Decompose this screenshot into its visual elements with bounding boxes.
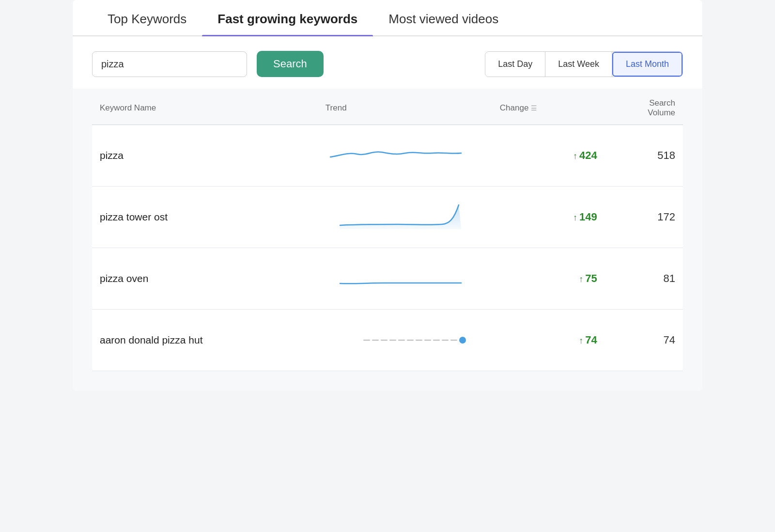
trend-svg-wavy bbox=[326, 139, 471, 172]
keyword-name: pizza bbox=[92, 125, 318, 187]
keyword-name: pizza oven bbox=[92, 248, 318, 310]
trend-chart bbox=[318, 125, 492, 187]
dash-segment bbox=[450, 340, 457, 341]
dash-segment bbox=[363, 340, 370, 341]
dash-segment bbox=[416, 340, 422, 341]
filter-icon[interactable]: ☰ bbox=[531, 104, 537, 112]
up-arrow-icon: ↑ bbox=[573, 151, 577, 161]
trend-chart bbox=[318, 310, 492, 371]
keyword-name: aaron donald pizza hut bbox=[92, 310, 318, 371]
col-header-trend: Trend bbox=[318, 89, 492, 125]
search-volume: 518 bbox=[605, 125, 683, 187]
tab-bar: Top Keywords Fast growing keywords Most … bbox=[73, 0, 702, 36]
dash-segment bbox=[398, 340, 405, 341]
tab-fast-growing[interactable]: Fast growing keywords bbox=[202, 0, 373, 35]
dash-segment bbox=[424, 340, 431, 341]
up-arrow-icon: ↑ bbox=[579, 336, 583, 345]
table-row: aaron donald pizza hut bbox=[92, 310, 683, 371]
trend-dashed bbox=[326, 323, 471, 357]
up-arrow-icon: ↑ bbox=[573, 213, 577, 222]
search-volume: 172 bbox=[605, 187, 683, 248]
table-row: pizza oven ↑75 81 bbox=[92, 248, 683, 310]
table-section: Keyword Name Trend Change ☰ SearchVolume… bbox=[73, 89, 702, 391]
time-btn-last-week[interactable]: Last Week bbox=[545, 52, 612, 77]
time-btn-last-day[interactable]: Last Day bbox=[485, 52, 545, 77]
trend-chart bbox=[318, 248, 492, 310]
dash-segment bbox=[442, 340, 449, 341]
table-header-row: Keyword Name Trend Change ☰ SearchVolume bbox=[92, 89, 683, 125]
time-filter-group: Last Day Last Week Last Month bbox=[485, 51, 683, 77]
dash-segment bbox=[381, 340, 388, 341]
tab-most-viewed[interactable]: Most viewed videos bbox=[373, 0, 514, 35]
col-header-change: Change ☰ bbox=[492, 89, 605, 125]
table-row: pizza ↑424 518 bbox=[92, 125, 683, 187]
change-value: ↑424 bbox=[492, 125, 605, 187]
change-value: ↑149 bbox=[492, 187, 605, 248]
dash-segment bbox=[372, 340, 379, 341]
search-button[interactable]: Search bbox=[257, 51, 324, 77]
search-volume: 81 bbox=[605, 248, 683, 310]
tab-top-keywords[interactable]: Top Keywords bbox=[92, 0, 202, 35]
change-value: ↑75 bbox=[492, 248, 605, 310]
dash-segment bbox=[433, 340, 440, 341]
controls-row: Search Last Day Last Week Last Month bbox=[73, 36, 702, 89]
change-value: ↑74 bbox=[492, 310, 605, 371]
time-btn-last-month[interactable]: Last Month bbox=[612, 52, 682, 77]
main-container: Top Keywords Fast growing keywords Most … bbox=[73, 0, 702, 391]
trend-end-dot bbox=[459, 337, 466, 344]
search-volume: 74 bbox=[605, 310, 683, 371]
dash-segment bbox=[389, 340, 396, 341]
up-arrow-icon: ↑ bbox=[579, 274, 583, 284]
col-header-keyword: Keyword Name bbox=[92, 89, 318, 125]
trend-chart bbox=[318, 187, 492, 248]
trend-svg-flat bbox=[326, 262, 471, 296]
table-row: pizza tower ost bbox=[92, 187, 683, 248]
trend-svg-spike bbox=[326, 200, 471, 234]
dash-segment bbox=[407, 340, 414, 341]
search-input[interactable] bbox=[92, 51, 247, 77]
keywords-table: Keyword Name Trend Change ☰ SearchVolume… bbox=[92, 89, 683, 371]
col-header-volume: SearchVolume bbox=[605, 89, 683, 125]
keyword-name: pizza tower ost bbox=[92, 187, 318, 248]
